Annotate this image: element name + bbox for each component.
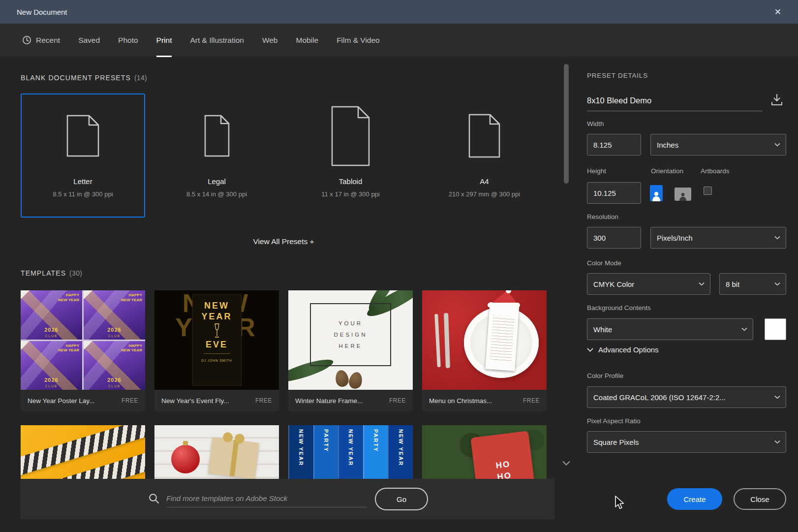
free-badge: FREE	[255, 397, 272, 404]
orientation-portrait-button[interactable]	[650, 185, 663, 201]
color-profile-dropdown[interactable]: Coated GRACoL 2006 (ISO 12647-2:2...	[587, 386, 786, 408]
tab-label: Print	[156, 36, 172, 45]
tab-art-illustration[interactable]: Art & Illustration	[190, 24, 244, 57]
pixel-aspect-ratio-label: Pixel Aspect Ratio	[587, 417, 641, 425]
hat-band	[488, 303, 520, 308]
banner-strip: NEW YEAR	[288, 425, 313, 479]
stock-search-input[interactable]	[166, 490, 367, 507]
poster-sub: CLUB	[21, 334, 82, 338]
chevron-down-icon	[774, 143, 780, 147]
banner-strip: NEW YEAR	[388, 425, 413, 479]
height-input[interactable]	[587, 182, 641, 204]
scrollbar-thumb[interactable]	[564, 64, 569, 184]
template-card-8[interactable]: HO HO	[422, 425, 547, 479]
template-card-6[interactable]	[154, 425, 279, 479]
presets-count: (14)	[134, 74, 147, 82]
banner-strip: PARTY	[363, 425, 388, 479]
template-card-winter-nature-frame[interactable]: YOUR DESIGN HERE Winter Nature Frame... …	[288, 290, 413, 411]
template-thumbnail: NEW YEAR NEW YEAR EVE DJ JOHN SMITH	[154, 290, 279, 390]
resolution-unit-dropdown[interactable]: Pixels/Inch	[650, 227, 786, 249]
preset-dims: 11 x 17 in @ 300 ppi	[321, 190, 379, 198]
banner-text: NEW YEAR	[298, 429, 304, 479]
view-all-presets-link[interactable]: View All Presets +	[21, 237, 547, 246]
template-thumbnail	[21, 425, 145, 479]
hat-pom	[506, 290, 511, 293]
preset-card-letter[interactable]: Letter 8.5 x 11 in @ 300 ppi	[21, 94, 145, 218]
template-name: New Year's Event Fly...	[161, 397, 251, 405]
mouse-cursor	[614, 495, 627, 510]
portrait-person-icon	[652, 190, 661, 201]
create-button[interactable]: Create	[667, 488, 722, 510]
preset-card-a4[interactable]: A4 210 x 297 mm @ 300 ppi	[422, 94, 547, 218]
preset-name: A4	[480, 177, 489, 186]
tab-mobile[interactable]: Mobile	[296, 24, 318, 57]
go-button[interactable]: Go	[375, 488, 428, 510]
template-card-new-years-event-flyer[interactable]: NEW YEAR NEW YEAR EVE DJ JOHN SMITH New …	[154, 290, 279, 411]
document-name-row	[587, 91, 763, 111]
pixel-aspect-ratio-dropdown[interactable]: Square Pixels	[587, 431, 786, 453]
orientation-landscape-button[interactable]	[675, 188, 691, 201]
template-card-7[interactable]: NEW YEAR PARTY NEW YEAR PARTY NEW YEAR	[288, 425, 413, 479]
flyer-line: NEW	[204, 301, 229, 312]
resolution-unit-value: Pixels/Inch	[657, 234, 693, 242]
frame-text: YOUR DESIGN HERE	[331, 318, 370, 352]
template-label-bar: Menu on Christmas... FREE	[422, 390, 547, 411]
color-mode-label: Color Mode	[587, 259, 621, 267]
preset-details-heading: PRESET DETAILS	[587, 72, 648, 79]
template-card-5[interactable]	[21, 425, 145, 479]
free-badge: FREE	[389, 397, 406, 404]
gift-box	[208, 437, 259, 479]
tab-saved[interactable]: Saved	[78, 24, 100, 57]
document-name-input[interactable]	[587, 91, 763, 111]
scroll-down-chevron-icon[interactable]	[562, 461, 571, 466]
document-page-icon	[66, 115, 99, 157]
close-button[interactable]: Close	[734, 488, 786, 510]
design-frame: YOUR DESIGN HERE	[310, 303, 391, 366]
tab-print[interactable]: Print	[156, 24, 172, 57]
presets-heading-text: BLANK DOCUMENT PRESETS	[21, 74, 131, 82]
preset-card-legal[interactable]: Legal 8.5 x 14 in @ 300 ppi	[154, 94, 279, 218]
color-mode-dropdown[interactable]: CMYK Color	[587, 273, 710, 295]
template-card-new-year-poster[interactable]: HAPPY NEW YEAR 2026 CLUB HAPPY NEW YEAR …	[21, 290, 145, 411]
resolution-input[interactable]	[587, 227, 641, 249]
icon-area	[423, 94, 546, 177]
template-thumbnail: HO HO	[422, 425, 547, 479]
background-color-swatch[interactable]	[765, 318, 786, 340]
color-mode-value: CMYK Color	[593, 280, 634, 288]
close-icon[interactable]: ✕	[769, 5, 786, 19]
template-label-bar: New Year Poster Lay... FREE	[21, 390, 145, 411]
height-label: Height	[587, 167, 606, 175]
tab-label: Recent	[36, 36, 60, 45]
poster-art: HAPPY NEW YEAR 2026 CLUB	[84, 341, 145, 390]
unit-dropdown[interactable]: Inches	[650, 134, 786, 156]
save-preset-icon[interactable]	[769, 93, 784, 107]
background-contents-dropdown[interactable]: White	[587, 318, 753, 340]
santa-hat	[490, 290, 518, 305]
artboards-checkbox[interactable]	[704, 187, 712, 195]
template-label-bar: New Year's Event Fly... FREE	[154, 390, 279, 411]
tab-film-video[interactable]: Film & Video	[337, 24, 380, 57]
advanced-options-label: Advanced Options	[598, 345, 659, 354]
templates-count: (30)	[69, 269, 82, 277]
menu-card	[485, 302, 519, 371]
pixel-aspect-ratio-value: Square Pixels	[593, 438, 639, 446]
poster-title: HAPPY NEW YEAR	[58, 344, 79, 353]
bit-depth-dropdown[interactable]: 8 bit	[719, 273, 786, 295]
template-row-2: NEW YEAR PARTY NEW YEAR PARTY NEW YEAR H…	[21, 425, 547, 479]
bit-depth-value: 8 bit	[726, 280, 739, 288]
clock-icon	[22, 35, 31, 45]
preset-card-tabloid[interactable]: Tabloid 11 x 17 in @ 300 ppi	[288, 94, 413, 218]
tab-web[interactable]: Web	[262, 24, 278, 57]
preset-dims: 8.5 x 14 in @ 300 ppi	[186, 190, 247, 198]
tab-recent[interactable]: Recent	[22, 24, 60, 57]
width-input[interactable]	[587, 134, 641, 156]
template-label-bar: Winter Nature Frame... FREE	[288, 390, 413, 411]
tab-photo[interactable]: Photo	[118, 24, 138, 57]
poster-sub: CLUB	[21, 384, 82, 388]
color-profile-label: Color Profile	[587, 372, 623, 379]
template-thumbnail	[154, 425, 279, 479]
advanced-options-toggle[interactable]: Advanced Options	[587, 345, 659, 354]
chevron-down-icon	[774, 396, 780, 399]
template-card-menu-on-christmas[interactable]: Menu on Christmas... FREE	[422, 290, 547, 411]
preset-dims: 8.5 x 11 in @ 300 ppi	[53, 190, 113, 198]
